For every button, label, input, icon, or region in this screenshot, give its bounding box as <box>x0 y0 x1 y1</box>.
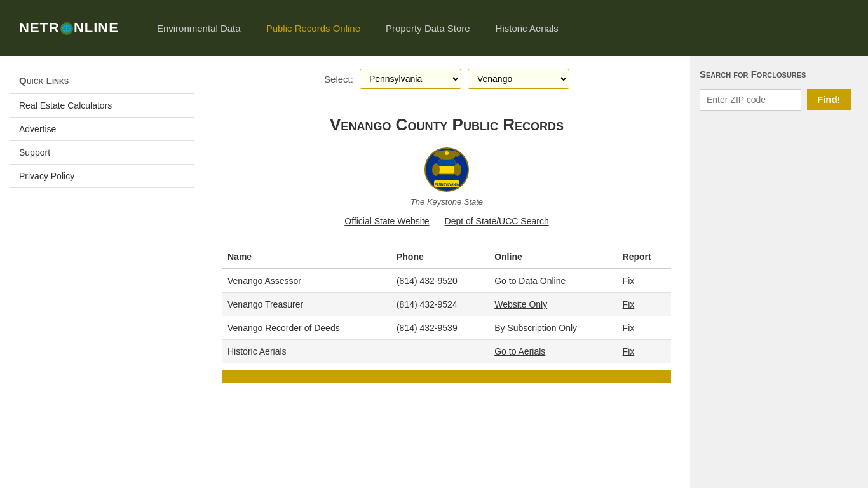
col-phone: Phone <box>391 245 489 269</box>
svg-point-4 <box>445 151 449 155</box>
select-label: Select: <box>324 74 353 85</box>
main-nav: Environmental Data Public Records Online… <box>157 23 559 34</box>
state-motto: The Keystone State <box>222 197 671 207</box>
table-row: Venango Recorder of Deeds (814) 432-9539… <box>222 316 671 340</box>
logo[interactable]: NETR🌐NLINE <box>19 20 119 36</box>
header: NETR🌐NLINE Environmental Data Public Rec… <box>0 0 868 56</box>
row4-name: Historic Aerials <box>222 340 391 363</box>
row3-phone: (814) 432-9539 <box>391 316 489 340</box>
main-content: Select: Pennsylvania Venango Venango Cou… <box>203 56 690 488</box>
sidebar: Quick Links Real Estate Calculators Adve… <box>0 56 203 488</box>
county-select[interactable]: Venango <box>468 69 569 89</box>
foreclosure-title: Search for Forclosures <box>700 69 858 79</box>
row4-fix-link[interactable]: Fix <box>623 346 666 356</box>
svg-point-8 <box>454 163 461 176</box>
yellow-bar <box>222 370 671 383</box>
table-row: Venango Treasurer (814) 432-9524 Website… <box>222 293 671 316</box>
row3-fix-link[interactable]: Fix <box>623 323 666 333</box>
svg-point-7 <box>432 163 440 176</box>
state-select[interactable]: Pennsylvania <box>360 69 461 89</box>
row3-name: Venango Recorder of Deeds <box>222 316 391 340</box>
row2-name: Venango Treasurer <box>222 293 391 316</box>
sidebar-item-support[interactable]: Support <box>10 141 194 165</box>
row1-name: Venango Assessor <box>222 269 391 293</box>
row3-online-link[interactable]: By Subscription Only <box>494 323 612 333</box>
layout: Quick Links Real Estate Calculators Adve… <box>0 56 868 488</box>
row4-online-link[interactable]: Go to Aerials <box>494 346 612 356</box>
foreclosure-search-row: Find! <box>700 89 858 111</box>
row2-fix-link[interactable]: Fix <box>623 299 666 309</box>
col-online: Online <box>489 245 617 269</box>
dept-state-ucc-link[interactable]: Dept of State/UCC Search <box>445 216 549 226</box>
row1-phone: (814) 432-9520 <box>391 269 489 293</box>
row2-phone: (814) 432-9524 <box>391 293 489 316</box>
right-panel: Search for Forclosures Find! <box>690 56 868 488</box>
zip-input[interactable] <box>700 89 801 111</box>
county-title: Venango County Public Records <box>222 115 671 135</box>
sidebar-item-real-estate[interactable]: Real Estate Calculators <box>10 94 194 118</box>
row1-report: Fix <box>618 269 671 293</box>
nav-property-data-store[interactable]: Property Data Store <box>386 23 470 34</box>
nav-historic-aerials[interactable]: Historic Aerials <box>496 23 559 34</box>
row2-online: Website Only <box>489 293 617 316</box>
row4-report: Fix <box>618 340 671 363</box>
table-row: Venango Assessor (814) 432-9520 Go to Da… <box>222 269 671 293</box>
find-button[interactable]: Find! <box>807 89 851 110</box>
nav-environmental-data[interactable]: Environmental Data <box>157 23 241 34</box>
row2-report: Fix <box>618 293 671 316</box>
row1-online: Go to Data Online <box>489 269 617 293</box>
state-links: Official State Website Dept of State/UCC… <box>222 216 671 226</box>
select-row: Select: Pennsylvania Venango <box>222 69 671 89</box>
records-table: Name Phone Online Report Venango Assesso… <box>222 245 671 363</box>
svg-text:PENNSYLVANIA: PENNSYLVANIA <box>435 182 459 186</box>
col-name: Name <box>222 245 391 269</box>
row1-fix-link[interactable]: Fix <box>623 276 666 286</box>
content-area: Venango County Public Records <box>222 102 671 383</box>
row3-online: By Subscription Only <box>489 316 617 340</box>
sidebar-item-privacy[interactable]: Privacy Policy <box>10 165 194 188</box>
globe-icon: 🌐 <box>60 22 73 35</box>
state-seal-image: PENNSYLVANIA <box>424 147 469 192</box>
row3-report: Fix <box>618 316 671 340</box>
row4-online: Go to Aerials <box>489 340 617 363</box>
table-row: Historic Aerials Go to Aerials Fix <box>222 340 671 363</box>
sidebar-item-advertise[interactable]: Advertise <box>10 118 194 141</box>
row2-online-link[interactable]: Website Only <box>494 299 612 309</box>
nav-public-records[interactable]: Public Records Online <box>266 23 360 34</box>
row4-phone <box>391 340 489 363</box>
state-seal-area: PENNSYLVANIA The Keystone State <box>222 147 671 207</box>
quick-links-title: Quick Links <box>10 69 194 94</box>
col-report: Report <box>618 245 671 269</box>
svg-rect-6 <box>438 160 455 166</box>
row1-online-link[interactable]: Go to Data Online <box>494 276 612 286</box>
official-state-website-link[interactable]: Official State Website <box>344 216 429 226</box>
